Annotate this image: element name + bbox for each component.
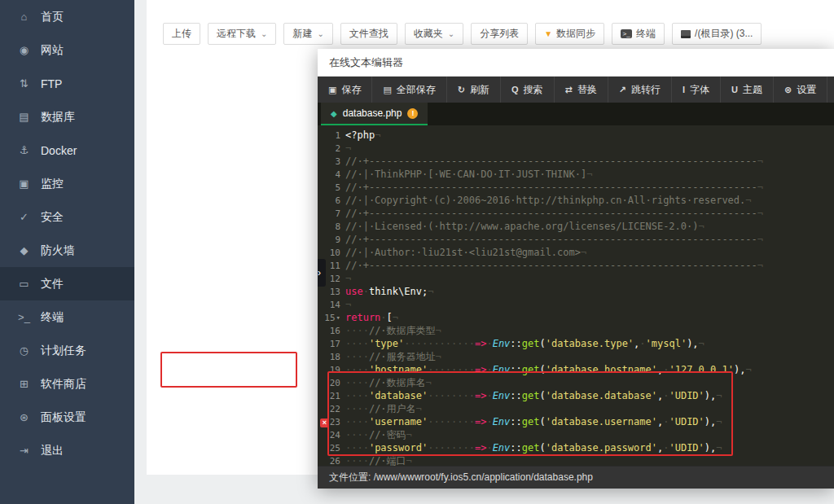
line-number: 21 [330,391,340,401]
font-button[interactable]: I字体 [672,77,721,103]
sidebar-item-home[interactable]: ⌂首页 [0,0,134,33]
settings-button[interactable]: ⊛设置 [774,77,827,103]
button-label: 上传 [172,27,191,41]
upload-button[interactable]: 上传 [163,23,200,45]
code-line: 21····'database'········=>·Env::get('dat… [318,389,834,402]
line-gutter: 20 [318,378,345,388]
button-label: 终端 [636,27,656,41]
sidebar-item-files[interactable]: ▭文件 [0,267,134,300]
editor-dialog-title: 在线文本编辑器 [318,49,834,77]
line-gutter: 24 [318,430,345,440]
sidebar-item-website[interactable]: ◉网站 [0,33,134,67]
chevron-down-icon: ⌄ [317,29,323,38]
editor-status-bar: 文件位置: /www/wwwroot/fy.ios5.cn/applicatio… [318,466,834,489]
code-text: //·|·Licensed·(·http://www.apache.org/li… [345,221,834,232]
code-text: //·|·ThinkPHP·[·WE·CAN·DO·IT·JUST·THINK·… [345,169,834,180]
line-number: 2 [335,143,340,154]
term-icon: >_ [621,29,632,38]
chevron-right-icon: › [318,267,321,278]
code-line: 14¬ [318,298,834,311]
button-label: 搜索 [524,83,543,97]
line-gutter: 15▾ [318,313,345,323]
search-icon: Q [511,85,519,94]
code-line: 24····//·密码¬ [318,428,834,441]
code-line: 23×····'username'········=>·Env::get('da… [318,415,834,428]
line-gutter: 16 [318,326,345,336]
code-text: return·[¬ [345,312,834,323]
sidebar-item-label: 终端 [41,310,64,325]
save-all-button[interactable]: ▤全部保存 [372,77,446,103]
file-toolbar: 上传远程下载⌄新建⌄文件查找收藏夹⌄分享列表▼数据同步>_终端/(根目录) (3… [163,23,762,45]
sidebar-item-terminal[interactable]: >_终端 [0,300,134,334]
data-sync-button[interactable]: ▼数据同步 [535,23,604,45]
docker-icon: ⚓ [17,144,31,156]
new-button[interactable]: 新建⌄ [283,23,332,45]
sidebar-item-label: 防火墙 [41,243,75,258]
remote-download-button[interactable]: 远程下载⌄ [208,23,276,45]
code-area: 1<?php¬2¬3//·+--------------------------… [318,129,834,466]
replace-icon: ⇄ [565,85,573,95]
line-gutter: 14 [318,300,345,310]
code-line: 3//·+-----------------------------------… [318,155,834,168]
home-icon: ⌂ [17,11,31,23]
code-line: 7//·+-----------------------------------… [318,207,834,220]
code-line: 5//·+-----------------------------------… [318,181,834,194]
code-text: ····'username'········=>·Env::get('datab… [345,416,834,427]
sidebar-item-docker[interactable]: ⚓Docker [0,134,134,167]
line-number: 1 [335,130,340,141]
code-line: 6//·|·Copyright·(c)·2006~2016·http://thi… [318,194,834,207]
terminal-icon: >_ [17,311,31,323]
font-icon: I [683,85,685,94]
code-text: ····//·用户名¬ [345,402,834,416]
line-number: 16 [330,326,340,336]
theme-icon: U [731,85,738,94]
sidebar-item-firewall[interactable]: ◆防火墙 [0,234,134,267]
root-path-button[interactable]: /(根目录) (3... [672,23,762,45]
sidebar-item-cron[interactable]: ◷计划任务 [0,334,134,367]
sidebar-item-label: 数据库 [41,110,75,125]
line-number: 11 [330,261,340,271]
sidebar-item-panel-settings[interactable]: ⊛面板设置 [0,401,134,434]
tab-database-php[interactable]: ◆ database.php ! [321,103,428,125]
sidebar-item-security[interactable]: ✓安全 [0,200,134,234]
sidebar-item-label: 文件 [41,277,64,291]
theme-button[interactable]: U主题 [721,77,774,103]
search-button[interactable]: Q搜索 [501,77,555,103]
refresh-icon: ↻ [458,85,465,95]
line-number: 18 [330,352,340,362]
sidebar-menu: ⌂首页◉网站⇅FTP▤数据库⚓Docker▣监控✓安全◆防火墙▭文件>_终端◷计… [0,0,134,467]
chevron-down-icon: ⌄ [448,29,454,38]
code-line: 22····//·用户名¬ [318,402,834,415]
sidebar-item-appstore[interactable]: ⊞软件商店 [0,367,134,401]
button-label: 设置 [797,83,816,97]
sidebar-item-label: Docker [41,144,77,157]
line-number: 20 [330,378,340,388]
refresh-button[interactable]: ↻刷新 [447,77,501,103]
sidebar-item-database[interactable]: ▤数据库 [0,100,134,134]
code-line: 1<?php¬ [318,129,834,142]
sidebar-item-logout[interactable]: ⇥退出 [0,434,134,467]
sidebar-toggle-handle[interactable]: › [318,259,326,287]
favorites-button[interactable]: 收藏夹⌄ [405,23,463,45]
save-button[interactable]: ▣保存 [318,77,372,103]
file-search-button[interactable]: 文件查找 [340,23,397,45]
fold-caret-icon[interactable]: ▾ [336,313,340,322]
share-list-button[interactable]: 分享列表 [471,23,528,45]
replace-button[interactable]: ⇄替换 [555,77,608,103]
line-number: 4 [335,169,340,180]
button-label: 主题 [743,83,762,97]
button-label: 字体 [690,83,709,97]
code-line: 15▾return·[¬ [318,311,834,324]
code-editor[interactable]: 1<?php¬2¬3//·+--------------------------… [318,125,834,466]
sidebar-item-ftp[interactable]: ⇅FTP [0,67,134,100]
sidebar-item-label: 软件商店 [41,377,86,392]
line-gutter: 25 [318,443,345,454]
terminal-button[interactable]: >_终端 [612,23,665,45]
goto-line-button[interactable]: ↗跳转行 [608,77,672,103]
sync-icon: ▼ [544,29,552,38]
sidebar-item-monitor[interactable]: ▣监控 [0,167,134,200]
code-text: ····'type'············=>·Env::get('datab… [345,338,834,349]
button-label: /(根目录) (3... [695,27,753,41]
code-text: //·+------------------------------------… [345,234,834,245]
sidebar-item-label: FTP [41,77,62,90]
